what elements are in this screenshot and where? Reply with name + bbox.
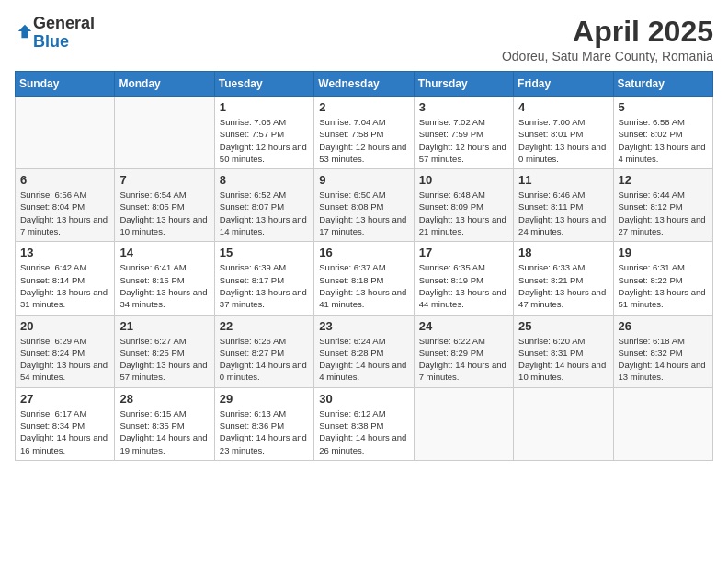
calendar-day-cell: 3Sunrise: 7:02 AM Sunset: 7:59 PM Daylig… <box>414 97 513 169</box>
day-info: Sunrise: 6:39 AM Sunset: 8:17 PM Dayligh… <box>220 261 309 310</box>
day-info: Sunrise: 6:17 AM Sunset: 8:34 PM Dayligh… <box>20 408 109 456</box>
day-number: 19 <box>619 246 708 259</box>
calendar-week-row: 27Sunrise: 6:17 AM Sunset: 8:34 PM Dayli… <box>16 387 713 460</box>
day-number: 18 <box>518 246 608 259</box>
day-number: 26 <box>619 319 708 333</box>
calendar-day-cell: 23Sunrise: 6:24 AM Sunset: 8:28 PM Dayli… <box>314 315 414 387</box>
calendar-day-cell: 22Sunrise: 6:26 AM Sunset: 8:27 PM Dayli… <box>214 315 313 387</box>
calendar-day-cell: 4Sunrise: 7:00 AM Sunset: 8:01 PM Daylig… <box>514 97 613 169</box>
day-info: Sunrise: 6:56 AM Sunset: 8:04 PM Dayligh… <box>20 189 109 237</box>
day-number: 15 <box>220 246 309 259</box>
day-info: Sunrise: 7:02 AM Sunset: 7:59 PM Dayligh… <box>419 116 508 165</box>
weekday-header-wednesday: Wednesday <box>314 72 414 97</box>
day-info: Sunrise: 6:41 AM Sunset: 8:15 PM Dayligh… <box>119 261 209 310</box>
day-info: Sunrise: 6:48 AM Sunset: 8:09 PM Dayligh… <box>419 189 508 237</box>
day-number: 17 <box>419 246 508 259</box>
calendar-day-cell: 30Sunrise: 6:12 AM Sunset: 8:38 PM Dayli… <box>314 387 414 460</box>
day-info: Sunrise: 6:15 AM Sunset: 8:35 PM Dayligh… <box>119 408 209 456</box>
day-info: Sunrise: 7:06 AM Sunset: 7:57 PM Dayligh… <box>220 116 309 165</box>
calendar-day-cell <box>115 97 214 169</box>
calendar-day-cell: 17Sunrise: 6:35 AM Sunset: 8:19 PM Dayli… <box>414 242 513 315</box>
day-number: 28 <box>119 392 209 406</box>
calendar-day-cell: 12Sunrise: 6:44 AM Sunset: 8:12 PM Dayli… <box>613 169 712 242</box>
day-number: 6 <box>20 173 109 187</box>
day-info: Sunrise: 6:52 AM Sunset: 8:07 PM Dayligh… <box>220 189 309 237</box>
day-info: Sunrise: 6:27 AM Sunset: 8:25 PM Dayligh… <box>119 335 209 384</box>
day-info: Sunrise: 6:26 AM Sunset: 8:27 PM Dayligh… <box>220 335 309 384</box>
day-number: 16 <box>319 246 408 259</box>
day-number: 3 <box>419 100 508 114</box>
day-info: Sunrise: 6:42 AM Sunset: 8:14 PM Dayligh… <box>20 261 109 310</box>
calendar-day-cell <box>613 387 712 460</box>
calendar-day-cell: 26Sunrise: 6:18 AM Sunset: 8:32 PM Dayli… <box>613 315 712 387</box>
logo-icon <box>17 23 33 40</box>
weekday-header-friday: Friday <box>514 72 613 97</box>
calendar-day-cell: 13Sunrise: 6:42 AM Sunset: 8:14 PM Dayli… <box>16 242 115 315</box>
day-number: 8 <box>220 173 309 187</box>
title-block: April 2025 Odoreu, Satu Mare County, Rom… <box>502 15 713 63</box>
day-number: 4 <box>518 100 608 114</box>
day-number: 20 <box>20 319 109 333</box>
day-info: Sunrise: 6:54 AM Sunset: 8:05 PM Dayligh… <box>119 189 209 237</box>
weekday-header-saturday: Saturday <box>613 72 712 97</box>
day-number: 21 <box>119 319 209 333</box>
calendar-day-cell <box>514 387 613 460</box>
calendar-day-cell: 21Sunrise: 6:27 AM Sunset: 8:25 PM Dayli… <box>115 315 214 387</box>
day-number: 27 <box>20 392 109 406</box>
day-number: 23 <box>319 319 408 333</box>
logo-blue: Blue <box>33 32 69 51</box>
day-number: 29 <box>220 392 309 406</box>
calendar-day-cell: 14Sunrise: 6:41 AM Sunset: 8:15 PM Dayli… <box>115 242 214 315</box>
day-number: 10 <box>419 173 508 187</box>
calendar-day-cell: 7Sunrise: 6:54 AM Sunset: 8:05 PM Daylig… <box>115 169 214 242</box>
day-number: 22 <box>220 319 309 333</box>
day-number: 24 <box>419 319 508 333</box>
day-info: Sunrise: 6:29 AM Sunset: 8:24 PM Dayligh… <box>20 335 109 384</box>
calendar-day-cell: 20Sunrise: 6:29 AM Sunset: 8:24 PM Dayli… <box>16 315 115 387</box>
calendar-table: SundayMondayTuesdayWednesdayThursdayFrid… <box>15 71 713 461</box>
day-info: Sunrise: 7:04 AM Sunset: 7:58 PM Dayligh… <box>319 116 408 165</box>
calendar-day-cell: 15Sunrise: 6:39 AM Sunset: 8:17 PM Dayli… <box>214 242 313 315</box>
weekday-header-monday: Monday <box>115 72 214 97</box>
location-subtitle: Odoreu, Satu Mare County, Romania <box>502 49 713 63</box>
calendar-week-row: 20Sunrise: 6:29 AM Sunset: 8:24 PM Dayli… <box>16 315 713 387</box>
day-info: Sunrise: 6:58 AM Sunset: 8:02 PM Dayligh… <box>619 116 708 165</box>
calendar-week-row: 6Sunrise: 6:56 AM Sunset: 8:04 PM Daylig… <box>16 169 713 242</box>
calendar-week-row: 1Sunrise: 7:06 AM Sunset: 7:57 PM Daylig… <box>16 97 713 169</box>
day-info: Sunrise: 6:24 AM Sunset: 8:28 PM Dayligh… <box>319 335 408 384</box>
calendar-day-cell: 25Sunrise: 6:20 AM Sunset: 8:31 PM Dayli… <box>514 315 613 387</box>
calendar-day-cell: 11Sunrise: 6:46 AM Sunset: 8:11 PM Dayli… <box>514 169 613 242</box>
weekday-header-sunday: Sunday <box>16 72 115 97</box>
day-number: 25 <box>518 319 608 333</box>
day-info: Sunrise: 6:46 AM Sunset: 8:11 PM Dayligh… <box>518 189 608 237</box>
calendar-day-cell: 1Sunrise: 7:06 AM Sunset: 7:57 PM Daylig… <box>214 97 313 169</box>
page-header: General Blue April 2025 Odoreu, Satu Mar… <box>15 15 713 63</box>
calendar-day-cell: 10Sunrise: 6:48 AM Sunset: 8:09 PM Dayli… <box>414 169 513 242</box>
calendar-day-cell <box>414 387 513 460</box>
calendar-day-cell: 2Sunrise: 7:04 AM Sunset: 7:58 PM Daylig… <box>314 97 414 169</box>
day-info: Sunrise: 6:31 AM Sunset: 8:22 PM Dayligh… <box>619 261 708 310</box>
day-info: Sunrise: 6:12 AM Sunset: 8:38 PM Dayligh… <box>319 408 408 456</box>
day-info: Sunrise: 6:37 AM Sunset: 8:18 PM Dayligh… <box>319 261 408 310</box>
day-number: 11 <box>518 173 608 187</box>
svg-marker-0 <box>18 25 31 38</box>
weekday-header-thursday: Thursday <box>414 72 513 97</box>
day-number: 5 <box>619 100 708 114</box>
day-info: Sunrise: 6:44 AM Sunset: 8:12 PM Dayligh… <box>619 189 708 237</box>
day-info: Sunrise: 6:35 AM Sunset: 8:19 PM Dayligh… <box>419 261 508 310</box>
day-info: Sunrise: 6:50 AM Sunset: 8:08 PM Dayligh… <box>319 189 408 237</box>
day-number: 30 <box>319 392 408 406</box>
day-info: Sunrise: 6:20 AM Sunset: 8:31 PM Dayligh… <box>518 335 608 384</box>
logo: General Blue <box>15 15 95 52</box>
calendar-day-cell: 16Sunrise: 6:37 AM Sunset: 8:18 PM Dayli… <box>314 242 414 315</box>
day-number: 12 <box>619 173 708 187</box>
calendar-day-cell: 5Sunrise: 6:58 AM Sunset: 8:02 PM Daylig… <box>613 97 712 169</box>
day-number: 7 <box>119 173 209 187</box>
calendar-day-cell: 18Sunrise: 6:33 AM Sunset: 8:21 PM Dayli… <box>514 242 613 315</box>
calendar-day-cell: 9Sunrise: 6:50 AM Sunset: 8:08 PM Daylig… <box>314 169 414 242</box>
calendar-day-cell: 24Sunrise: 6:22 AM Sunset: 8:29 PM Dayli… <box>414 315 513 387</box>
day-number: 13 <box>20 246 109 259</box>
day-info: Sunrise: 6:22 AM Sunset: 8:29 PM Dayligh… <box>419 335 508 384</box>
day-info: Sunrise: 6:33 AM Sunset: 8:21 PM Dayligh… <box>518 261 608 310</box>
calendar-day-cell <box>16 97 115 169</box>
